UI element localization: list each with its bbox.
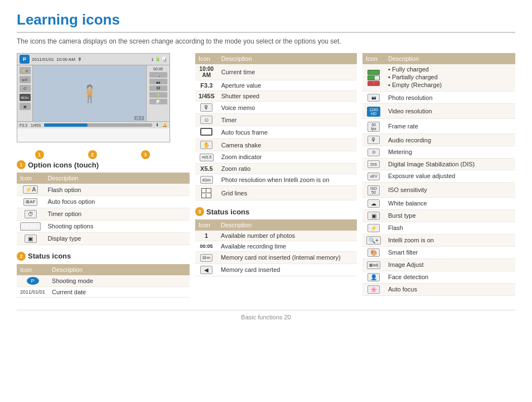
cam-mic-icon: 🎙 (78, 57, 82, 62)
battery-empty-label: Empty (Recharge) (388, 82, 512, 88)
auto-focus2-icon: 🌸 (367, 285, 380, 294)
table-row: iGm Photo resolution when Intelli zoom i… (195, 174, 357, 186)
table-row: F3.3 Aperture value (195, 80, 357, 91)
date-icon: 2011/01/01 (17, 286, 49, 297)
audio-rec-icon: 🎙 (367, 136, 380, 144)
autofocus-desc: Auto focus option (44, 196, 190, 208)
table-row: 🔍+ Intelli zoom is on (362, 234, 515, 246)
time-desc: Current time (218, 64, 357, 80)
zoom-ratio-icon: X5.5 (195, 163, 218, 174)
img-adjust-icon: ▦adj (367, 261, 380, 269)
section2-table: Icon Description P Shooting mode 2011/01… (17, 264, 190, 298)
middle-table: Icon Description 10:00 AM Current time F… (195, 53, 357, 200)
photo-res-icon: 📷 (367, 94, 380, 102)
section1-col-desc: Description (44, 173, 190, 184)
no-card-icon: ⊟m (200, 254, 212, 262)
table-row: ≡x5.5 Zoom indicator (195, 151, 357, 164)
shake-desc: Camera shake (218, 139, 357, 151)
flash-desc: Flash option (44, 184, 190, 196)
timer-icon: ⏱ (25, 210, 37, 218)
table-row: ✋ Camera shake (195, 139, 357, 151)
table-row: ⊙ Metering (362, 146, 515, 159)
table-row: 🎙 Voice memo (195, 102, 357, 114)
page-subtitle: The icons the camera displays on the scr… (17, 37, 515, 45)
aperture-icon: F3.3 (195, 80, 218, 91)
sec3-col-icon: Icon (195, 219, 217, 231)
table-row: 1/45S Shutter speed (195, 91, 357, 102)
right-table: Icon Description ! Fully cha (362, 53, 515, 296)
table-row: P Shooting mode (17, 275, 190, 287)
zoom-ind-desc: Zoom indicator (218, 151, 357, 164)
table-row: 00:05 Available recording time (195, 241, 357, 252)
grid-desc: Grid lines (218, 186, 357, 200)
video-res-desc: Video resolution (385, 104, 515, 119)
section1-col-icon: Icon (17, 173, 44, 184)
section2-title: 2 Status icons (17, 252, 190, 261)
table-row: ◀ Memory card inserted (195, 264, 357, 276)
table-row: ⊞AF Auto focus option (17, 196, 190, 208)
video-res-icon: 1280HD (367, 107, 380, 117)
date-desc: Current date (49, 286, 190, 297)
left-column: P 2011/01/01 10:00 AM 🎙 1 🔋 📊 ⚡A ⊞AF ⏱ M… (17, 53, 190, 304)
cam-center: 🧍 x5.5 (33, 65, 146, 121)
smart-filter-icon: 🎨 (367, 248, 380, 257)
voice-icon: 🎙 (200, 103, 212, 112)
section3-circle: 3 (195, 207, 204, 216)
card-icon: ◀ (200, 266, 212, 274)
timer-desc: Timer option (44, 208, 190, 220)
shake-icon: ✋ (200, 141, 212, 149)
battery-icons: ! (366, 70, 381, 86)
table-row: ⊟m Memory card not inserted (Internal me… (195, 252, 357, 264)
shooting-mode-desc: Shooting mode (49, 275, 190, 287)
intelli-on-icon: 🔍+ (366, 236, 381, 245)
autofocus-icon: ⊞AF (23, 198, 37, 206)
table-row: Grid lines (195, 186, 357, 200)
shutter-desc: Shutter speed (218, 91, 357, 102)
dis-desc: Digital Image Stabilization (DIS) (385, 158, 515, 170)
af-frame-icon (200, 128, 212, 136)
dis-icon: DIS (367, 160, 380, 168)
table-row: ±EV Exposure value adjusted (362, 170, 515, 183)
sec3-col-desc: Description (217, 219, 357, 231)
section1-circle: 1 (17, 160, 26, 169)
wb-desc: White balance (385, 197, 515, 209)
timer2-icon: ☺ (200, 116, 212, 124)
circle-label-2: 2 (88, 150, 97, 159)
avail-photos-icon: 1 (195, 231, 217, 241)
cam-date: 2011/01/01 (32, 57, 54, 62)
grid-icon (201, 188, 211, 198)
display-desc: Display type (44, 232, 190, 245)
img-adjust-desc: Image Adjust (385, 259, 515, 271)
table-row: ☁ White balance (362, 197, 515, 209)
battery-full-label: Fully charged (388, 66, 512, 73)
table-row: X5.5 Zoom ratio (195, 163, 357, 174)
frame-rate-desc: Frame rate (385, 119, 515, 134)
intelli-on-desc: Intelli zoom is on (385, 234, 515, 246)
table-row: ▣ Display type (17, 232, 190, 245)
face-detect-desc: Face detection (385, 271, 515, 283)
section3-title: 3 Status icons (195, 207, 357, 216)
table-row: 2011/01/01 Current date (17, 286, 190, 297)
time-icon: 10:00 AM (195, 64, 218, 80)
shooting-mode-icon: P (27, 277, 39, 285)
auto-focus2-desc: Auto focus (385, 283, 515, 295)
table-row: 1280HD Video resolution (362, 104, 515, 119)
table-row: 📷 Photo resolution (362, 92, 515, 104)
section2-col-icon: Icon (17, 264, 49, 275)
page-title: Learning icons (17, 11, 515, 33)
table-row: ⚡ Flash (362, 222, 515, 234)
table-row: 👤 Face detection (362, 271, 515, 283)
camera-diagram: P 2011/01/01 10:00 AM 🎙 1 🔋 📊 ⚡A ⊞AF ⏱ M… (17, 53, 170, 160)
cam-number-labels: 1 2 3 (17, 149, 170, 160)
ev-icon: ±EV (367, 173, 380, 180)
avail-photos-desc: Available number of photos (217, 231, 357, 241)
table-row: ISO50 ISO sensitivity (362, 182, 515, 197)
cam-timer-icon: 1 🔋 📊 (151, 57, 167, 62)
zoom-ind-icon: ≡x5.5 (200, 154, 214, 161)
af-frame-desc: Auto focus frame (218, 126, 357, 139)
menu-desc: Shooting options (44, 220, 190, 232)
voice-desc: Voice memo (218, 102, 357, 114)
mid-col-icon: Icon (195, 53, 218, 64)
circle-label-1: 1 (35, 150, 44, 159)
no-card-desc: Memory card not inserted (Internal memor… (217, 252, 357, 264)
